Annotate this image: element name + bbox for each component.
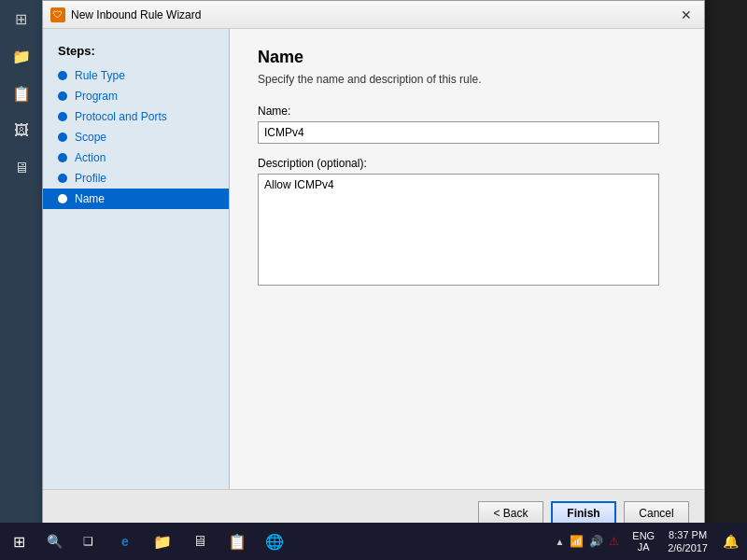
step-dot-rule-type — [58, 71, 67, 80]
step-dot-name — [58, 194, 67, 203]
step-name[interactable]: Name — [43, 189, 229, 209]
strip-icon-2[interactable]: 📁 — [0, 37, 42, 75]
system-tray-icons: ▲ 📶 🔊 ⚠ — [547, 535, 627, 548]
dialog-title-icon: 🛡 — [50, 7, 65, 22]
taskbar: ⊞ 🔍 ❑ e 📁 🖥 📋 🌐 ▲ 📶 🔊 ⚠ ENG J — [0, 523, 747, 560]
step-scope[interactable]: Scope — [43, 127, 229, 147]
network-tray-icon[interactable]: 📶 — [570, 535, 584, 548]
name-label: Name: — [258, 105, 676, 118]
taskbar-icon-notepad[interactable]: 📋 — [220, 523, 254, 560]
battery-tray-icon[interactable]: ⚠ — [609, 535, 619, 548]
description-form-group: Description (optional): Allow ICMPv4 — [258, 157, 676, 288]
name-input[interactable] — [258, 121, 659, 144]
taskbar-icon-explorer[interactable]: 📁 — [146, 523, 179, 560]
step-label-protocol-ports: Protocol and Ports — [75, 110, 167, 123]
step-dot-program — [58, 91, 67, 101]
finish-button[interactable]: Finish — [551, 501, 616, 525]
step-dot-scope — [58, 133, 67, 142]
step-dot-action — [58, 153, 67, 162]
start-icon: ⊞ — [13, 533, 25, 551]
name-form-group: Name: — [258, 105, 676, 144]
dialog-body: Steps: Rule Type Program Protocol and Po… — [43, 29, 704, 489]
tray-expand-icon[interactable]: ▲ — [555, 537, 564, 547]
taskbar-icon-cmd[interactable]: 🖥 — [183, 523, 217, 560]
step-dot-protocol-ports — [58, 112, 67, 121]
language-ja: JA — [638, 541, 650, 553]
strip-icon-5[interactable]: 🖥 — [0, 149, 42, 187]
step-dot-profile — [58, 174, 67, 183]
volume-tray-icon[interactable]: 🔊 — [589, 535, 603, 548]
system-clock[interactable]: 8:37 PM 2/6/2017 — [660, 528, 715, 555]
description-label: Description (optional): — [258, 157, 676, 170]
page-subtitle: Specify the name and description of this… — [258, 73, 676, 86]
task-view-icon: ❑ — [83, 535, 93, 548]
step-rule-type[interactable]: Rule Type — [43, 65, 229, 86]
language-indicator[interactable]: ENG JA — [628, 530, 658, 553]
back-button[interactable]: < Back — [478, 501, 543, 525]
step-label-action: Action — [75, 151, 106, 164]
task-view-button[interactable]: ❑ — [71, 523, 105, 560]
page-title: Name — [258, 48, 676, 67]
strip-icon-3[interactable]: 📋 — [0, 75, 42, 112]
dialog-title: New Inbound Rule Wizard — [71, 8, 676, 21]
step-program[interactable]: Program — [43, 86, 229, 106]
language-eng: ENG — [632, 530, 655, 541]
taskbar-icon-network[interactable]: 🌐 — [258, 523, 291, 560]
step-label-name: Name — [75, 192, 105, 205]
step-label-rule-type: Rule Type — [75, 69, 125, 82]
taskbar-pinned-icons: e 📁 🖥 📋 🌐 — [108, 523, 291, 560]
taskbar-search-button[interactable]: 🔍 — [37, 523, 71, 560]
close-button[interactable]: ✕ — [676, 5, 697, 25]
new-inbound-rule-wizard-dialog: 🛡 New Inbound Rule Wizard ✕ Steps: Rule … — [42, 0, 705, 537]
steps-header: Steps: — [43, 40, 229, 65]
steps-panel: Steps: Rule Type Program Protocol and Po… — [43, 29, 230, 489]
cancel-button[interactable]: Cancel — [624, 501, 689, 525]
step-label-profile: Profile — [75, 172, 106, 185]
notification-center-button[interactable]: 🔔 — [717, 523, 743, 560]
clock-time: 8:37 PM — [669, 528, 707, 541]
content-panel: Name Specify the name and description of… — [230, 29, 704, 489]
taskbar-icon-ie[interactable]: e — [108, 523, 142, 560]
strip-icon-4[interactable]: 🖼 — [0, 112, 42, 149]
step-profile[interactable]: Profile — [43, 168, 229, 189]
step-label-program: Program — [75, 90, 118, 103]
search-icon: 🔍 — [47, 534, 63, 549]
step-action[interactable]: Action — [43, 147, 229, 168]
step-protocol-ports[interactable]: Protocol and Ports — [43, 106, 229, 127]
left-navigation-strip: ⊞ 📁 📋 🖼 🖥 — [0, 0, 42, 523]
dialog-titlebar: 🛡 New Inbound Rule Wizard ✕ — [43, 1, 704, 29]
description-input[interactable]: Allow ICMPv4 — [258, 174, 659, 286]
strip-icon-1[interactable]: ⊞ — [0, 0, 42, 37]
clock-date: 2/6/2017 — [668, 541, 708, 554]
step-label-scope: Scope — [75, 131, 106, 144]
taskbar-right-area: ▲ 📶 🔊 ⚠ ENG JA 8:37 PM 2/6/2017 🔔 — [547, 523, 747, 560]
start-button[interactable]: ⊞ — [0, 523, 37, 560]
notification-icon: 🔔 — [723, 534, 739, 549]
